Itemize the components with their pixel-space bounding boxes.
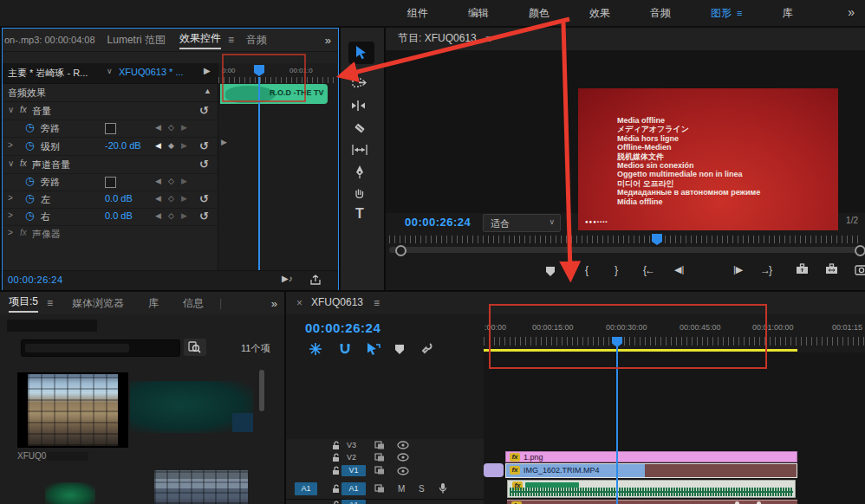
workspace-tab-audio[interactable]: 音频 [650, 6, 671, 21]
lock-icon[interactable] [332, 484, 341, 494]
track-name[interactable]: V2 [347, 453, 356, 462]
add-keyframe-icon[interactable]: ◇ [168, 194, 174, 203]
sequence-chevron-icon[interactable]: ∨ [107, 67, 113, 75]
param-level[interactable]: > ◷ 级别 -20.0 dB ◀ ◆ ▶ ↺ [3, 138, 218, 156]
tool-selection[interactable] [348, 42, 374, 64]
add-keyframe-icon[interactable]: ◇ [168, 177, 174, 185]
tool-razor[interactable] [353, 121, 367, 139]
timeline-timecode[interactable]: 00:00:26:24 [305, 320, 380, 335]
export-icon[interactable] [309, 275, 322, 286]
program-menu-icon[interactable]: ≡ [485, 33, 491, 45]
prev-keyframe-icon[interactable]: ◀ [155, 194, 161, 203]
nest-sequence-icon[interactable] [309, 342, 322, 356]
ec-clip[interactable]: R.O.D -THE TV [220, 84, 328, 104]
snap-magnet-icon[interactable] [338, 342, 352, 356]
timeline-ruler[interactable]: :00:00 00:00:15:00 00:00:30:00 00:00:45:… [484, 314, 865, 352]
workspace-tab-libraries[interactable]: 库 [782, 6, 792, 21]
track-visibility-eye-icon[interactable] [397, 441, 409, 449]
mark-out-icon[interactable]: } [615, 264, 618, 276]
param-left[interactable]: > ◷ 左 0.0 dB ◀ ◇ ▶ ↺ [3, 191, 218, 209]
tab-source-clip[interactable]: on-.mp3: 00:00:04:08 [4, 35, 95, 45]
tool-ripple-edit[interactable] [351, 99, 368, 116]
workspace-tab-edit[interactable]: 编辑 [468, 6, 489, 21]
voiceover-mic-icon[interactable] [439, 482, 447, 494]
lift-icon[interactable] [796, 263, 810, 275]
expand-icon[interactable]: ∨ [8, 158, 14, 168]
sync-lock-icon[interactable] [374, 466, 385, 475]
ec-timecode[interactable]: 00:00:26:24 [8, 275, 63, 285]
program-scrubber[interactable] [389, 247, 862, 253]
timeline-playhead-line[interactable] [616, 346, 618, 504]
expand-icon[interactable]: > [8, 193, 13, 203]
workspace-menu-icon[interactable]: ≡ [737, 8, 742, 18]
close-sequence-icon[interactable]: × [296, 297, 302, 309]
tab-sequence[interactable]: XFUQ0613 [311, 296, 363, 310]
project-menu-icon[interactable]: ≡ [47, 297, 53, 309]
goto-out-icon[interactable]: →} [760, 264, 771, 276]
workspace-tab-graphics[interactable]: 图形 [711, 6, 732, 21]
lock-icon[interactable] [332, 441, 341, 450]
level-value[interactable]: -20.0 dB [105, 140, 141, 151]
effect-controls-overflow-icon[interactable]: » [325, 34, 331, 47]
toggle-animation-icon[interactable]: ◷ [25, 192, 34, 204]
clip-a2-partial[interactable]: fx [507, 500, 797, 504]
prev-keyframe-icon[interactable]: ◀ [155, 123, 161, 132]
reset-effect-icon[interactable]: ↺ [199, 104, 209, 117]
clip-a1-audio[interactable]: fx [507, 480, 796, 498]
fx-group-channel-volume[interactable]: ∨ fx 声道音量 ↺ [3, 156, 218, 174]
fx-group-panner[interactable]: > fx 声像器 [3, 225, 218, 242]
next-keyframe-icon[interactable]: ▶ [181, 141, 187, 150]
mark-in-icon[interactable]: { [585, 264, 589, 276]
effect-controls-menu-icon[interactable]: ≡ [228, 34, 234, 46]
export-frame-icon[interactable] [855, 263, 865, 275]
zoom-level-select[interactable]: 适合 ∨ [483, 214, 561, 232]
toggle-animation-icon[interactable]: ◷ [25, 121, 34, 133]
solo-button[interactable]: S [419, 484, 425, 494]
track-name-targeted[interactable]: V1 [341, 465, 366, 476]
workspace-tab-effects[interactable]: 效果 [589, 6, 610, 21]
toggle-animation-icon[interactable]: ◷ [25, 210, 34, 222]
prev-keyframe-icon[interactable]: ◀ [155, 141, 161, 150]
tool-track-select[interactable] [352, 76, 367, 94]
work-area-bar[interactable] [484, 349, 797, 352]
lock-icon[interactable] [332, 453, 341, 462]
add-marker-icon[interactable] [546, 267, 555, 276]
clip-v1-video[interactable]: fx IMG_1602.TRIM.MP4 [505, 463, 797, 478]
linked-selection-icon[interactable] [366, 342, 381, 356]
clip-fx-badge[interactable]: fx [510, 453, 520, 462]
param-bypass-volume[interactable]: ◷ 旁路 ◀ ◇ ▶ [3, 120, 218, 138]
tab-audio[interactable]: 音频 [246, 33, 267, 48]
add-keyframe-icon[interactable]: ◆ [168, 141, 174, 150]
reset-param-icon[interactable]: ↺ [199, 139, 209, 152]
track-name[interactable]: V3 [347, 441, 356, 449]
ec-ruler-ticks[interactable] [218, 77, 337, 83]
add-keyframe-icon[interactable]: ◇ [168, 211, 174, 220]
next-keyframe-icon[interactable]: ▶ [181, 194, 187, 203]
scrubber-knob-right[interactable] [855, 245, 865, 256]
project-overflow-icon[interactable]: » [271, 297, 277, 310]
mute-button[interactable]: M [398, 484, 405, 494]
project-thumb-video[interactable] [17, 372, 128, 448]
fx-group-volume[interactable]: ∨ fx 音量 ↺ [3, 102, 218, 120]
ec-lane-arrow-icon[interactable]: ▶ [221, 138, 227, 146]
param-right[interactable]: > ◷ 右 0.0 dB ◀ ◇ ▶ ↺ [3, 208, 218, 226]
tab-libraries[interactable]: 库 [148, 296, 159, 311]
extract-icon[interactable] [825, 263, 839, 275]
sequence-name[interactable]: XFUQ0613 * ... [119, 67, 184, 77]
toggle-animation-icon[interactable]: ◷ [25, 175, 34, 187]
track-name[interactable]: A1 [341, 500, 366, 504]
tool-type[interactable]: T [355, 206, 364, 222]
project-thumb-blue-mosaic[interactable] [154, 470, 248, 504]
scrubber-knob-left[interactable] [395, 245, 406, 256]
resolution-page[interactable]: 1/2 [846, 216, 858, 225]
param-bypass-channel[interactable]: ◷ 旁路 ◀ ◇ ▶ [3, 173, 218, 191]
expand-icon[interactable]: > [8, 228, 13, 237]
prev-keyframe-icon[interactable]: ◀ [155, 177, 161, 185]
reset-param-icon[interactable]: ↺ [199, 192, 209, 205]
tab-info[interactable]: 信息 [183, 296, 204, 311]
play-effect-icon[interactable]: ▶ [204, 66, 211, 75]
reset-effect-icon[interactable]: ↺ [199, 158, 209, 171]
track-visibility-eye-icon[interactable] [397, 467, 409, 475]
right-value[interactable]: 0.0 dB [105, 210, 133, 221]
search-button[interactable] [184, 339, 206, 356]
